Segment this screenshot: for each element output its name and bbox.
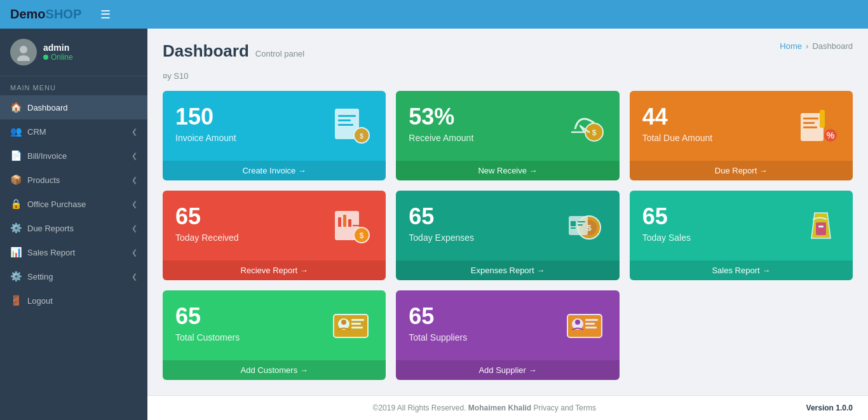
sidebar-item-products[interactable]: 📦 Products ❮ bbox=[0, 168, 147, 192]
hamburger-button[interactable]: ☰ bbox=[100, 8, 111, 22]
status-dot bbox=[43, 55, 48, 60]
total-customers-label: Total Customers bbox=[175, 332, 240, 342]
today-received-label: Today Received bbox=[175, 233, 239, 243]
sidebar-profile: admin Online bbox=[0, 29, 147, 76]
copyright-label: ©2019 All Rights Reserved. bbox=[373, 403, 466, 412]
sidebar-item-label-sales-report: Sales Report bbox=[27, 248, 75, 257]
sidebar-item-label-bill: Bill/Invoice bbox=[27, 151, 67, 161]
svg-rect-44 bbox=[585, 323, 595, 325]
bill-icon: 📄 bbox=[10, 150, 22, 161]
status-label: Online bbox=[43, 53, 73, 62]
today-received-number: 65 bbox=[175, 203, 239, 230]
add-supplier-button[interactable]: Add Supplier → bbox=[396, 360, 619, 380]
card-today-expenses: 65 Today Expenses $ bbox=[396, 191, 619, 280]
card-total-customers: 65 Total Customers bbox=[163, 290, 386, 380]
svg-text:$: $ bbox=[592, 128, 596, 137]
sidebar-item-due-reports[interactable]: ⚙️ Due Reports ❮ bbox=[0, 216, 147, 240]
footer: ©2019 All Rights Reserved. Mohaimen Khal… bbox=[147, 395, 868, 420]
sales-report-button[interactable]: Sales Report → bbox=[630, 261, 853, 280]
main-content: Dashboard Control panel Home › Dashboard… bbox=[147, 29, 868, 420]
sidebar-item-label-office-purchase: Office Purchase bbox=[27, 200, 86, 209]
breadcrumb-current: Dashboard bbox=[812, 41, 853, 51]
sidebar-item-setting[interactable]: ⚙️ Setting ❮ bbox=[0, 264, 147, 288]
svg-text:$: $ bbox=[360, 231, 364, 240]
new-receive-button[interactable]: New Receive → bbox=[396, 161, 619, 180]
receive-report-button[interactable]: Recieve Report → bbox=[163, 261, 386, 280]
svg-rect-13 bbox=[803, 126, 817, 128]
customers-icon bbox=[329, 303, 373, 354]
sidebar-item-label-products: Products bbox=[27, 175, 60, 185]
expenses-icon: $ bbox=[562, 203, 607, 254]
svg-rect-5 bbox=[338, 124, 353, 126]
breadcrumb-home[interactable]: Home bbox=[780, 41, 802, 51]
dashboard-grid: 150 Invoice Amount $ bbox=[163, 91, 853, 380]
sales-report-icon: 📊 bbox=[10, 247, 22, 258]
logout-icon: 🚪 bbox=[10, 295, 22, 306]
breadcrumb: Home › Dashboard bbox=[780, 41, 853, 51]
total-due-number: 44 bbox=[642, 104, 713, 130]
chevron-right-icon4: ❮ bbox=[132, 200, 137, 208]
sidebar: admin Online MAIN MENU 🏠 Dashboard 👥 CRM… bbox=[0, 29, 147, 420]
sidebar-item-crm[interactable]: 👥 CRM ❮ bbox=[0, 119, 147, 144]
svg-rect-3 bbox=[338, 115, 356, 117]
receive-icon: $ bbox=[562, 104, 607, 154]
username-label: admin bbox=[43, 43, 73, 53]
today-received-icon: $ bbox=[329, 203, 373, 254]
svg-rect-32 bbox=[816, 222, 826, 235]
receive-amount-label: Receive Amount bbox=[409, 133, 473, 143]
total-due-label: Total Due Amount bbox=[642, 133, 713, 143]
currency-label: ¤y S10 bbox=[163, 71, 853, 81]
sidebar-item-label-due-reports: Due Reports bbox=[27, 224, 74, 233]
add-customers-button[interactable]: Add Customers → bbox=[163, 360, 386, 380]
svg-point-42 bbox=[575, 320, 580, 325]
profile-info: admin Online bbox=[43, 43, 73, 62]
main-layout: admin Online MAIN MENU 🏠 Dashboard 👥 CRM… bbox=[0, 29, 868, 420]
crm-icon: 👥 bbox=[10, 126, 22, 137]
receive-amount-number: 53% bbox=[409, 104, 473, 130]
svg-rect-14 bbox=[820, 110, 825, 128]
svg-rect-28 bbox=[571, 221, 576, 226]
svg-rect-33 bbox=[818, 226, 824, 227]
invoice-amount-label: Invoice Amount bbox=[175, 133, 236, 143]
card-total-suppliers: 65 Total Suppliers bbox=[396, 290, 619, 380]
dashboard-icon: 🏠 bbox=[10, 102, 22, 113]
top-header: DemoSHOP ☰ bbox=[0, 0, 868, 29]
sidebar-item-bill-invoice[interactable]: 📄 Bill/Invoice ❮ bbox=[0, 144, 147, 168]
sales-icon bbox=[796, 203, 840, 254]
chevron-right-icon5: ❮ bbox=[132, 224, 137, 233]
sidebar-item-sales-report[interactable]: 📊 Sales Report ❮ bbox=[0, 240, 147, 264]
svg-point-36 bbox=[341, 320, 346, 325]
today-sales-label: Today Sales bbox=[642, 233, 691, 243]
copyright-text: ©2019 All Rights Reserved. Mohaimen Khal… bbox=[373, 403, 596, 412]
chevron-right-icon7: ❮ bbox=[132, 273, 137, 281]
products-icon: 📦 bbox=[10, 174, 22, 186]
sidebar-item-office-purchase[interactable]: 🔒 Office Purchase ❮ bbox=[0, 192, 147, 216]
svg-rect-4 bbox=[338, 119, 351, 121]
control-panel-label: Control panel bbox=[255, 49, 304, 58]
invoice-amount-number: 150 bbox=[175, 104, 236, 130]
app-logo: DemoSHOP bbox=[10, 7, 81, 22]
svg-rect-12 bbox=[803, 122, 815, 124]
breadcrumb-sep: › bbox=[806, 41, 808, 51]
content-area: Dashboard Control panel Home › Dashboard… bbox=[147, 29, 868, 395]
svg-rect-20 bbox=[348, 219, 351, 227]
svg-text:%: % bbox=[827, 130, 835, 140]
sidebar-item-label-logout: Logout bbox=[27, 296, 53, 306]
sidebar-item-label-dashboard: Dashboard bbox=[27, 103, 68, 112]
logo-part2: SHOP bbox=[46, 7, 82, 21]
svg-rect-18 bbox=[338, 217, 341, 227]
create-invoice-button[interactable]: Create Invoice → bbox=[163, 161, 386, 180]
setting-icon: ⚙️ bbox=[10, 271, 22, 282]
svg-rect-38 bbox=[351, 323, 361, 325]
sidebar-item-logout[interactable]: 🚪 Logout bbox=[0, 288, 147, 313]
due-report-button[interactable]: Due Report → bbox=[630, 161, 853, 180]
expenses-report-button[interactable]: Expenses Report → bbox=[396, 261, 619, 280]
today-expenses-number: 65 bbox=[409, 203, 474, 230]
total-customers-number: 65 bbox=[175, 303, 240, 330]
author-name: Mohaimen Khalid bbox=[468, 403, 531, 412]
svg-rect-45 bbox=[585, 327, 597, 329]
svg-rect-19 bbox=[343, 215, 346, 227]
logo-part1: Demo bbox=[10, 7, 46, 21]
sidebar-item-dashboard[interactable]: 🏠 Dashboard bbox=[0, 95, 147, 119]
today-sales-number: 65 bbox=[642, 203, 691, 230]
